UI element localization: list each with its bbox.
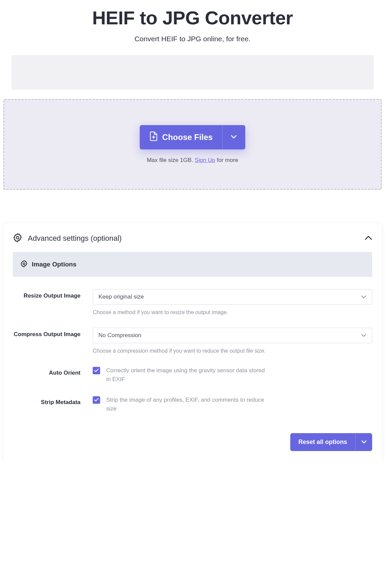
gear-icon bbox=[13, 233, 22, 244]
chevron-up-icon bbox=[365, 235, 372, 241]
choose-files-label: Choose Files bbox=[162, 133, 212, 142]
auto-orient-desc: Correctly orient the image using the gra… bbox=[106, 366, 269, 383]
image-options-header: Image Options bbox=[13, 252, 372, 277]
chevron-down-icon bbox=[361, 294, 366, 300]
strip-metadata-label: Strip Metadata bbox=[41, 399, 81, 405]
hint-suffix: for more bbox=[215, 157, 238, 163]
check-icon bbox=[94, 368, 99, 374]
gear-icon bbox=[20, 260, 28, 269]
signup-link[interactable]: Sign Up bbox=[195, 157, 215, 163]
reset-options-button[interactable]: Reset all options bbox=[290, 433, 355, 451]
file-dropzone[interactable]: Choose Files Max file size 1GB. Sign Up … bbox=[3, 99, 382, 190]
strip-metadata-checkbox[interactable] bbox=[93, 396, 100, 404]
resize-select[interactable]: Keep original size bbox=[93, 289, 372, 305]
image-options-title: Image Options bbox=[32, 261, 76, 268]
strip-metadata-desc: Strip the image of any profiles, EXIF, a… bbox=[106, 396, 269, 413]
chevron-down-icon bbox=[361, 440, 367, 445]
file-add-icon bbox=[149, 131, 158, 143]
svg-point-1 bbox=[23, 263, 25, 265]
compress-help: Choose a compression method if you want … bbox=[93, 348, 372, 354]
hint-prefix: Max file size 1GB. bbox=[147, 157, 195, 163]
advanced-settings-card: Advanced settings (optional) Image Optio… bbox=[3, 224, 382, 461]
check-icon bbox=[94, 397, 99, 403]
ad-placeholder bbox=[12, 55, 373, 90]
page-subtitle: Convert HEIF to JPG online, for free. bbox=[12, 35, 373, 43]
chevron-down-icon bbox=[231, 135, 237, 140]
compress-select-value: No Compression bbox=[98, 332, 141, 339]
resize-select-value: Keep original size bbox=[98, 293, 144, 300]
auto-orient-label: Auto Orient bbox=[49, 370, 81, 376]
reset-options-dropdown[interactable] bbox=[355, 433, 372, 451]
file-size-hint: Max file size 1GB. Sign Up for more bbox=[147, 157, 238, 164]
resize-help: Choose a method if you want to resize th… bbox=[93, 309, 372, 315]
page-title: HEIF to JPG Converter bbox=[12, 7, 373, 29]
auto-orient-checkbox[interactable] bbox=[93, 367, 100, 374]
compress-select[interactable]: No Compression bbox=[93, 328, 372, 343]
chevron-down-icon bbox=[361, 332, 366, 338]
compress-label: Compress Output Image bbox=[14, 331, 81, 337]
advanced-settings-toggle[interactable]: Advanced settings (optional) bbox=[13, 233, 372, 244]
svg-point-0 bbox=[16, 236, 19, 239]
advanced-settings-title: Advanced settings (optional) bbox=[28, 234, 122, 243]
resize-label: Resize Output Image bbox=[24, 292, 81, 299]
choose-files-dropdown[interactable] bbox=[222, 125, 245, 149]
choose-files-button[interactable]: Choose Files bbox=[140, 125, 222, 149]
